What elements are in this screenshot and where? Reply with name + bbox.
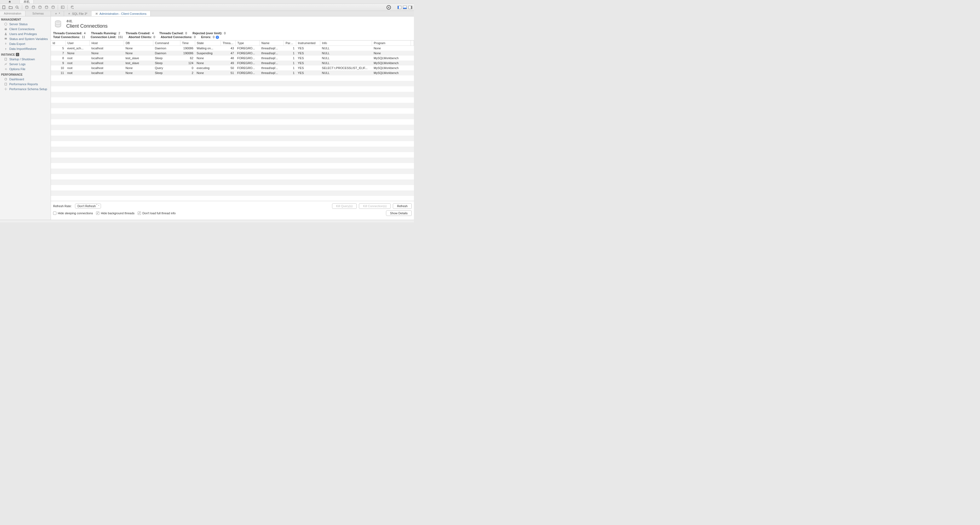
col-header[interactable]: Host [90,41,124,46]
table-cell: 50 [221,65,236,70]
table-cell: FOREGRO... [236,70,260,75]
db-icon-4[interactable] [44,5,49,10]
table-cell: 48 [221,56,236,61]
col-header[interactable]: User [66,41,90,46]
table-row[interactable]: 11rootlocalhostNoneSleep2None51FOREGRO..… [51,70,414,75]
tab-admin-client-connections[interactable]: Administration - Client Connections [91,11,151,16]
nav-label: Data Export [9,42,25,45]
col-header[interactable]: Parent... [284,41,296,46]
table-cell: 62 [180,56,195,61]
kill-query-button[interactable]: Kill Query(s) [332,203,357,209]
toggle-output-icon[interactable] [403,6,407,9]
settings-icon[interactable] [387,5,391,10]
show-details-button[interactable]: Show Details [386,211,412,216]
col-header[interactable]: Id [51,41,66,46]
hide-background-checkbox[interactable]: Hide background threads [96,212,134,215]
db-icon-2[interactable] [31,5,36,10]
table-cell: MySQLWorkbench [372,61,411,65]
table-cell: 1 [284,70,296,75]
stat-value: 0 [213,35,215,38]
nav-data-import[interactable]: Data Import/Restore [0,46,51,51]
stat-label: Threads Connected: [53,32,82,35]
connection-tab[interactable]: 本机 [20,0,34,3]
refresh-icon [16,53,19,56]
nav-client-connections[interactable]: Client Connections [0,27,51,32]
refresh-rate-select[interactable]: Don't Refresh [75,204,101,209]
refresh-rate-label: Refresh Rate: [53,204,72,208]
table-cell: 190086 [180,46,195,51]
nav-label: Dashboard [9,78,24,81]
nav-server-logs[interactable]: Server Logs [0,62,51,67]
nav-perf-schema[interactable]: Performance Schema Setup [0,86,51,91]
db-icon-5[interactable] [51,5,56,10]
dont-load-checkbox[interactable]: Don't load full thread info [138,212,175,215]
nav-label: Server Status [9,22,28,26]
group-instance: INSTANCE [0,51,51,57]
col-header[interactable]: Name [260,41,284,46]
nav-server-status[interactable]: Server Status [0,22,51,27]
col-header[interactable]: Command [153,41,180,46]
svg-point-8 [62,6,63,8]
table-cell: 190086 [180,51,195,56]
nav-users-privileges[interactable]: Users and Privileges [0,32,51,37]
stat-value: 0 [194,35,196,38]
nav-perf-reports[interactable]: Performance Reports [0,81,51,86]
svg-point-20 [5,89,6,89]
info-icon[interactable]: i [216,36,219,39]
svg-rect-16 [5,39,7,40]
nav-options-file[interactable]: Options File [0,67,51,72]
table-cell: executing [195,65,221,70]
db-icon-1[interactable] [24,5,29,10]
table-cell: thread/sql/... [260,70,284,75]
table-row[interactable]: 9rootlocalhosttest_slaveSleep124None49FO… [51,61,414,65]
sql-script-icon[interactable] [60,5,65,10]
table-row[interactable]: 10rootlocalhostNoneQuery0executing50FORE… [51,65,414,70]
chk-label: Don't load full thread info [142,212,175,215]
tab-sql-file[interactable]: SQL File 3* [64,11,91,16]
open-sql-icon[interactable] [8,5,13,10]
col-header[interactable]: Program [372,41,411,46]
col-header[interactable]: Info [320,41,372,46]
hide-sleeping-checkbox[interactable]: Hide sleeping connections [53,212,93,215]
col-header[interactable]: Type [236,41,260,46]
table-row[interactable]: 5event_sch...localhostNoneDaemon190086Wa… [51,46,414,51]
table-cell: Daemon [153,46,180,51]
table-cell: 1 [284,46,296,51]
table-row[interactable]: 7NoneNoneNoneDaemon190086Suspending47FOR… [51,51,414,56]
sidebar-tab-schemas[interactable]: Schemas [25,11,51,16]
stat-value: 4 [84,32,86,35]
connections-table: IdUserHostDBCommandTimeStateThread...Typ… [51,41,414,196]
svg-point-5 [45,6,48,7]
col-header[interactable]: Thread... [221,41,236,46]
toggle-secondary-icon[interactable] [409,6,412,9]
new-sql-tab-icon[interactable] [2,5,6,10]
lightning-icon [68,12,71,15]
table-cell: 0 [180,65,195,70]
home-tab[interactable] [0,0,20,3]
col-header[interactable]: State [195,41,221,46]
col-header[interactable]: Instrumented [296,41,320,46]
tab-query[interactable]: * [51,11,64,16]
editor-tabs: * SQL File 3* Administration - Client Co… [51,11,414,16]
toggle-sidebar-icon[interactable] [398,6,401,9]
page-title: Client Connections [66,23,108,29]
table-cell: root [66,70,90,75]
stat-label: Threads Running: [91,32,117,35]
nav-status-variables[interactable]: Status and System Variables [0,37,51,41]
nav-data-export[interactable]: Data Export [0,41,51,46]
kill-connection-button[interactable]: Kill Connection(s) [359,203,391,209]
sidebar-tab-administration[interactable]: Administration [0,11,25,16]
col-header[interactable]: DB [124,41,153,46]
lightning-icon [55,12,57,15]
stat-label: Aborted Connections: [161,35,192,38]
inspector-icon[interactable] [15,5,20,10]
home-icon [8,0,11,3]
col-header[interactable]: Time [180,41,195,46]
refresh-button[interactable]: Refresh [393,203,412,209]
nav-dashboard[interactable]: Dashboard [0,77,51,81]
table-row[interactable]: 8rootlocalhosttest_slaveSleep62None48FOR… [51,56,414,61]
col-header[interactable] [411,41,414,46]
db-icon-3[interactable] [38,5,43,10]
reconnect-icon[interactable] [70,5,75,10]
nav-startup-shutdown[interactable]: Startup / Shutdown [0,57,51,62]
